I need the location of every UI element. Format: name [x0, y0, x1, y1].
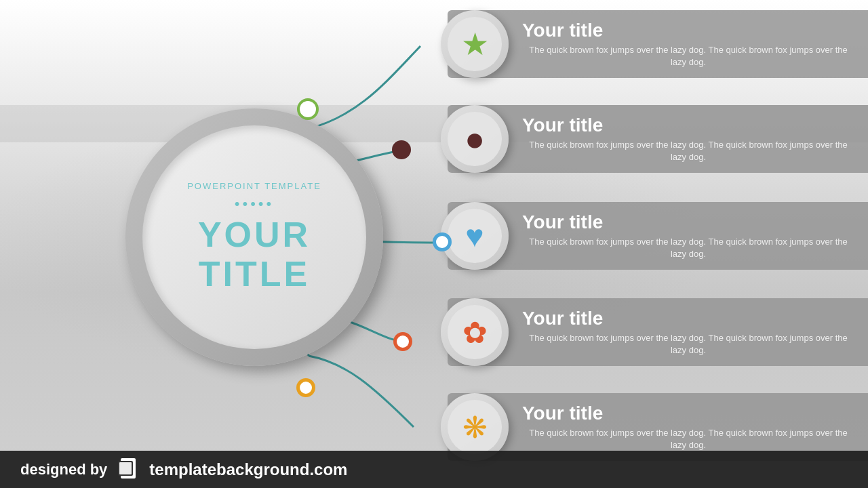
- item-desc-1: The quick brown fox jumps over the lazy …: [522, 44, 854, 68]
- item-icon-circle-4: ✿: [441, 298, 509, 366]
- item-icon-circle-2: ●: [441, 105, 509, 173]
- circle-title: YOUR TITLE: [198, 216, 311, 293]
- item-desc-4: The quick brown fox jumps over the lazy …: [522, 332, 854, 357]
- node-3: [433, 232, 452, 251]
- star-icon: ★: [461, 26, 489, 62]
- item-row-4: ✿ Your title The quick brown fox jumps o…: [448, 288, 868, 376]
- item-desc-3: The quick brown fox jumps over the lazy …: [522, 236, 854, 260]
- footer-bar: designed by templatebackground.com: [0, 451, 868, 488]
- footer-url: templatebackground.com: [149, 460, 347, 479]
- item-bar-3: ♥ Your title The quick brown fox jumps o…: [448, 202, 868, 270]
- item-icon-inner-2: ●: [448, 112, 502, 166]
- item-icon-circle-1: ★: [441, 10, 509, 78]
- item-title-4: Your title: [522, 308, 854, 329]
- item-icon-inner-1: ★: [448, 17, 502, 71]
- item-desc-2: The quick brown fox jumps over the lazy …: [522, 139, 854, 163]
- node-2: [392, 140, 411, 159]
- sun-icon: ✿: [462, 315, 488, 350]
- item-text-5: Your title The quick brown fox jumps ove…: [509, 403, 868, 451]
- designed-by-text: designed by: [20, 461, 107, 479]
- item-text-1: Your title The quick brown fox jumps ove…: [509, 20, 868, 68]
- svg-rect-2: [119, 462, 132, 474]
- item-icon-inner-3: ♥: [448, 209, 502, 263]
- item-title-3: Your title: [522, 211, 854, 233]
- item-icon-circle-3: ♥: [441, 202, 509, 270]
- node-4: [393, 332, 412, 351]
- item-title-1: Your title: [522, 20, 854, 41]
- item-row-1: ★ Your title The quick brown fox jumps o…: [448, 0, 868, 88]
- center-circle-inner: POWERPOINT TEMPLATE ••••• YOUR TITLE: [142, 125, 366, 349]
- item-icon-inner-4: ✿: [448, 305, 502, 359]
- item-title-5: Your title: [522, 403, 854, 424]
- item-bar-4: ✿ Your title The quick brown fox jumps o…: [448, 298, 868, 366]
- item-bar-1: ★ Your title The quick brown fox jumps o…: [448, 10, 868, 78]
- item-title-2: Your title: [522, 115, 854, 136]
- item-row-2: ● Your title The quick brown fox jumps o…: [448, 95, 868, 183]
- item-row-3: ♥ Your title The quick brown fox jumps o…: [448, 192, 868, 280]
- node-5: [296, 378, 315, 397]
- item-text-3: Your title The quick brown fox jumps ove…: [509, 211, 868, 260]
- item-text-4: Your title The quick brown fox jumps ove…: [509, 308, 868, 357]
- circle-dots: •••••: [235, 195, 275, 213]
- item-icon-inner-5: ❋: [448, 400, 502, 454]
- node-1: [297, 98, 319, 120]
- blob-icon: ❋: [462, 410, 488, 445]
- item-text-2: Your title The quick brown fox jumps ove…: [509, 115, 868, 163]
- item-desc-5: The quick brown fox jumps over the lazy …: [522, 427, 854, 451]
- office-icon: [115, 455, 141, 484]
- items-container: ★ Your title The quick brown fox jumps o…: [393, 0, 868, 488]
- heart-icon: ♥: [465, 218, 484, 254]
- circle-subtitle: POWERPOINT TEMPLATE: [187, 181, 321, 191]
- circle-icon: ●: [465, 119, 485, 159]
- center-circle: POWERPOINT TEMPLATE ••••• YOUR TITLE: [125, 108, 383, 366]
- item-bar-2: ● Your title The quick brown fox jumps o…: [448, 105, 868, 173]
